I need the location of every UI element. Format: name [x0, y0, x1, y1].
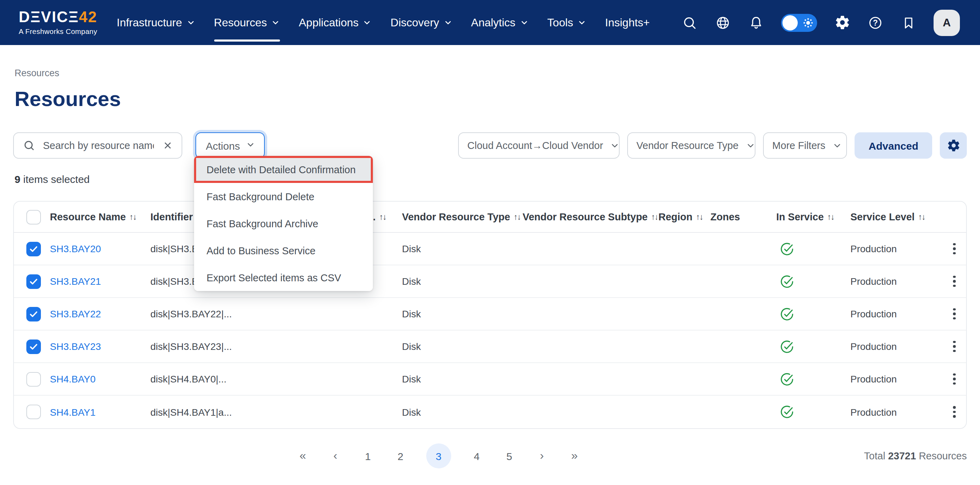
row-checkbox[interactable] [26, 372, 41, 386]
help-icon[interactable]: ? [867, 14, 884, 31]
last-page-button[interactable]: » [568, 444, 581, 468]
filter-cloud-account-cloud-vendor[interactable]: Cloud Account→Cloud Vendor [458, 132, 620, 159]
nav-item-tools[interactable]: Tools [547, 0, 586, 45]
row-actions-kebab-icon[interactable] [950, 273, 958, 290]
globe-icon[interactable] [714, 14, 731, 31]
gear-icon [947, 138, 960, 153]
page-3[interactable]: 3 [426, 444, 451, 468]
menu-item-export-selected-items-as-csv[interactable]: Export Selected items as CSV [194, 264, 373, 291]
nav-item-infrastructure[interactable]: Infrastructure [117, 0, 196, 45]
column-header-vendor-resource-type[interactable]: Vendor Resource Type↑↓ [401, 211, 521, 223]
column-label: Vendor Resource Subtype [523, 211, 648, 223]
row-actions-kebab-icon[interactable] [950, 305, 958, 323]
resource-name-link[interactable]: SH3.BAY22 [50, 308, 101, 320]
first-page-button[interactable]: « [296, 444, 310, 468]
device42-logo[interactable]: DΞVICΞ42 A Freshworks Company [19, 10, 97, 35]
nav-item-label: Discovery [391, 16, 439, 29]
actions-button[interactable]: Actions [196, 132, 265, 159]
nav-item-label: Analytics [471, 16, 515, 29]
filter-vendor-resource-type[interactable]: Vendor Resource Type [628, 132, 756, 159]
bookmark-icon[interactable] [900, 14, 917, 31]
table-header-row: Resource Name↑↓Identifier..↑↓Vendor Reso… [14, 202, 966, 233]
nav-item-discovery[interactable]: Discovery [391, 0, 452, 45]
column-label: Resource Name [50, 211, 126, 223]
nav-item-resources[interactable]: Resources [214, 0, 280, 45]
top-navbar: DΞVICΞ42 A Freshworks Company Infrastruc… [0, 0, 980, 45]
column-label: Zones [710, 211, 740, 223]
page-5[interactable]: 5 [503, 444, 516, 468]
in-service-check-icon [776, 372, 794, 386]
row-checkbox[interactable] [26, 274, 41, 289]
settings-icon[interactable] [834, 14, 850, 31]
column-header-in-service[interactable]: In Service↑↓ [775, 211, 849, 223]
search-input[interactable] [41, 139, 155, 152]
advanced-button[interactable]: Advanced [855, 132, 932, 159]
previous-page-button[interactable]: ‹ [329, 444, 342, 468]
in-service-cell [775, 405, 849, 419]
row-actions-kebab-icon[interactable] [950, 404, 958, 421]
resource-name-link[interactable]: SH3.BAY20 [50, 243, 101, 254]
identifier-cell: disk|SH3.BAY23|... [149, 341, 368, 352]
chevron-down-icon [271, 18, 280, 27]
menu-item-fast-background-archive[interactable]: Fast Background Archive [194, 210, 373, 237]
notifications-icon[interactable] [748, 14, 764, 31]
nav-item-applications[interactable]: Applications [299, 0, 372, 45]
in-service-cell [775, 372, 849, 386]
filter-more-filters[interactable]: More Filters [764, 132, 847, 159]
column-label: Vendor Resource Type [402, 211, 510, 223]
pagination: «‹12345›» [13, 444, 864, 468]
page: DΞVICΞ42 A Freshworks Company Infrastruc… [0, 0, 980, 485]
resource-name-link[interactable]: SH4.BAY0 [50, 374, 95, 385]
page-2[interactable]: 2 [394, 444, 407, 468]
column-header-vendor-resource-subtype[interactable]: Vendor Resource Subtype↑↓ [521, 211, 657, 223]
row-checkbox[interactable] [26, 242, 41, 256]
resource-name-link[interactable]: SH3.BAY21 [50, 276, 101, 287]
table-settings-button[interactable] [940, 132, 967, 159]
column-header-service-level[interactable]: Service Level↑↓ [849, 211, 939, 223]
row-checkbox[interactable] [26, 307, 41, 321]
service-level-cell: Production [849, 276, 939, 287]
chevron-down-icon [832, 141, 842, 150]
page-1[interactable]: 1 [361, 444, 375, 468]
service-level-cell: Production [849, 308, 939, 320]
row-checkbox[interactable] [26, 405, 41, 419]
service-level-cell: Production [849, 243, 939, 254]
filter-label: More Filters [772, 140, 826, 151]
next-page-button[interactable]: › [535, 444, 549, 468]
table-row-sh4-bay1: SH4.BAY1disk|SH4.BAY1|a...DiskProduction [14, 396, 966, 428]
theme-toggle[interactable] [781, 14, 817, 32]
user-avatar[interactable]: A [934, 10, 960, 36]
identifier-cell: disk|SH4.BAY1|a... [149, 406, 368, 417]
row-actions-kebab-icon[interactable] [950, 240, 958, 258]
logo-42: 42 [79, 8, 97, 25]
row-actions-cell [939, 338, 967, 355]
row-actions-kebab-icon[interactable] [950, 371, 958, 388]
search-icon[interactable] [681, 14, 698, 31]
menu-item-add-to-business-service[interactable]: Add to Business Service [194, 237, 373, 264]
clear-search-icon[interactable] [161, 138, 175, 153]
in-service-cell [775, 307, 849, 321]
column-label: In Service [776, 211, 824, 223]
nav-item-analytics[interactable]: Analytics [471, 0, 528, 45]
column-header-region[interactable]: Region↑↓ [657, 211, 709, 223]
row-actions-kebab-icon[interactable] [950, 338, 958, 355]
sort-icon: ↑↓ [918, 212, 925, 222]
menu-item-delete-with-detailed-confirmation[interactable]: Delete with Detailed Confirmation [194, 156, 373, 183]
select-all-checkbox[interactable] [26, 210, 41, 224]
menu-item-fast-background-delete[interactable]: Fast Background Delete [194, 183, 373, 210]
sort-icon: ↑↓ [696, 212, 703, 222]
table-row-sh3-bay23: SH3.BAY23disk|SH3.BAY23|...DiskProductio… [14, 331, 966, 363]
breadcrumb[interactable]: Resources [14, 68, 980, 78]
resource-name-link[interactable]: SH3.BAY23 [50, 341, 101, 352]
page-4[interactable]: 4 [470, 444, 484, 468]
row-checkbox[interactable] [26, 339, 41, 354]
chevron-down-icon [186, 18, 195, 27]
sort-icon: ↑↓ [129, 212, 136, 222]
row-actions-cell [939, 273, 967, 290]
resource-name-cell: SH4.BAY0 [49, 374, 149, 385]
selection-summary: 9 items selected [14, 173, 980, 185]
table-row-sh3-bay22: SH3.BAY22disk|SH3.BAY22|...DiskProductio… [14, 298, 966, 331]
resource-name-link[interactable]: SH4.BAY1 [50, 406, 95, 417]
column-header-resource-name[interactable]: Resource Name↑↓ [49, 211, 149, 223]
nav-item-insights[interactable]: Insights+ [605, 0, 650, 45]
